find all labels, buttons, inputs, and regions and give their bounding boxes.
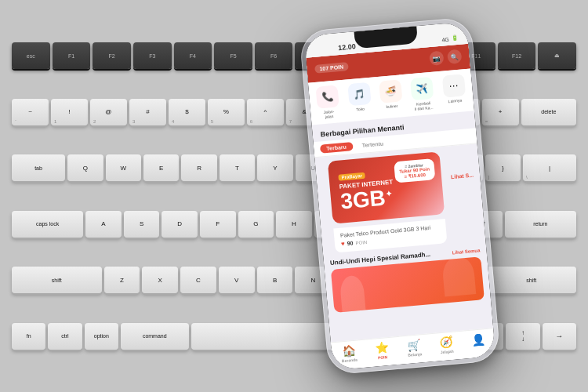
key-delete[interactable]: delete	[521, 99, 576, 125]
status-time: 12.00	[338, 42, 356, 52]
keyboard-number-row: ~` !1 @2 #3 $4 %5 ^6 &7 *8 (9 )0 _- += d…	[12, 99, 576, 125]
nav-icon-profile: 👤	[471, 332, 485, 346]
key-b[interactable]: B	[257, 267, 293, 293]
key-rbracket[interactable]: }]	[485, 154, 521, 181]
key-e[interactable]: E	[143, 154, 179, 181]
key-h[interactable]: H	[276, 211, 312, 238]
key-f6[interactable]: F6	[255, 42, 293, 69]
icon-jalan: 📞	[316, 85, 339, 108]
key-4[interactable]: $4	[169, 99, 205, 125]
promo-wrapper: PraBayar PAKET INTERNET 3GB✦ = 2amblar T…	[321, 151, 453, 253]
key-caps[interactable]: caps lock	[12, 211, 83, 238]
status-right: 4G 🔋	[441, 35, 459, 43]
key-equals[interactable]: +=	[482, 99, 519, 125]
key-right-arrow[interactable]: →	[543, 323, 576, 350]
key-f1[interactable]: F1	[53, 42, 91, 69]
key-2[interactable]: @2	[90, 99, 127, 125]
key-y[interactable]: Y	[257, 154, 292, 181]
icon-item-jalan[interactable]: 📞 Jalan-jalan	[313, 85, 344, 120]
icon-label-toko: Toko	[356, 107, 365, 112]
key-ctrl[interactable]: ctrl	[48, 323, 82, 350]
nav-icon-home: 🏠	[342, 344, 356, 358]
lihat-semua-undi[interactable]: Lihat Semua	[452, 248, 481, 255]
nav-label-jelajah: Jelajah	[441, 349, 454, 354]
key-v[interactable]: V	[219, 267, 255, 293]
key-g[interactable]: G	[238, 211, 274, 238]
nav-item-beranda[interactable]: 🏠 Beranda	[340, 344, 358, 364]
points-value: 107	[319, 65, 328, 71]
key-f[interactable]: F	[200, 211, 236, 238]
undi-figure	[441, 256, 476, 296]
key-1[interactable]: !1	[51, 99, 88, 125]
poin-label: POIN	[355, 239, 367, 245]
icon-item-kuliner[interactable]: 🍜 kuliner	[376, 79, 407, 114]
key-x[interactable]: X	[142, 267, 178, 293]
icon-item-lainnya[interactable]: ⋯ Lainnya	[439, 74, 470, 109]
phone-screen: 12.00 4G 🔋 107 POIN	[304, 22, 496, 370]
icon-lainnya: ⋯	[442, 74, 466, 97]
promo-card[interactable]: PraBayar PAKET INTERNET 3GB✦ = 2amblar T…	[328, 151, 445, 223]
topbar-icons: 📷 🔍	[429, 49, 462, 66]
key-f2[interactable]: F2	[93, 42, 131, 69]
key-5[interactable]: %5	[208, 99, 245, 125]
nav-item-profile[interactable]: 👤	[471, 332, 486, 351]
key-rshift[interactable]: shift	[486, 267, 576, 293]
undi-card[interactable]	[331, 256, 485, 313]
key-f3[interactable]: F3	[133, 42, 172, 69]
key-t[interactable]: T	[220, 154, 255, 181]
filter-tab-tertentu[interactable]: Tertentu	[355, 139, 390, 151]
key-3[interactable]: #3	[129, 99, 166, 125]
key-d[interactable]: D	[162, 211, 198, 238]
nav-icon-poin: ⭐	[375, 341, 389, 354]
key-z[interactable]: Z	[104, 267, 140, 293]
key-f12[interactable]: F12	[498, 42, 536, 69]
filter-tab-terbaru[interactable]: Terbaru	[320, 142, 353, 154]
nav-label-belanja: Belanja	[408, 351, 422, 358]
key-power[interactable]: ⏏	[538, 42, 576, 69]
key-r[interactable]: R	[181, 154, 216, 181]
heart-icon: ♥	[341, 240, 346, 247]
poin-value: 90	[347, 240, 353, 246]
icon-kuliner: 🍜	[379, 79, 402, 103]
topbar-icon-camera[interactable]: 📷	[429, 50, 445, 66]
key-a[interactable]: A	[85, 211, 122, 238]
key-q[interactable]: Q	[67, 154, 103, 181]
key-f5[interactable]: F5	[214, 42, 252, 69]
key-lshift[interactable]: shift	[12, 267, 102, 293]
icon-toko: 🎵	[347, 82, 371, 106]
nav-item-poin[interactable]: ⭐ POIN	[375, 341, 390, 360]
nav-item-jelajah[interactable]: 🧭 Jelajah	[439, 336, 454, 354]
product-info: Paket Telco Product Gold 3GB 3 Hari ♥ 90…	[333, 219, 447, 252]
lihat-semua-promo[interactable]: Lihat S...	[448, 149, 474, 180]
icon-kembali: ✈️	[410, 77, 434, 100]
points-display: 107 POIN	[314, 62, 349, 74]
promo-row: PraBayar PAKET INTERNET 3GB✦ = 2amblar T…	[314, 143, 485, 254]
points-badge: 107 POIN	[314, 62, 349, 74]
key-tab[interactable]: tab	[12, 154, 65, 181]
key-option-left[interactable]: option	[85, 323, 118, 350]
keyboard-background: esc F1 F2 F3 F4 F5 F6 F7 F8 F9 F10 F11 F…	[0, 0, 588, 392]
key-backslash[interactable]: |\	[523, 154, 576, 181]
key-fn[interactable]: fn	[12, 323, 45, 350]
phone-body: 12.00 4G 🔋 107 POIN	[304, 22, 496, 370]
key-command-left[interactable]: command	[121, 323, 189, 350]
icon-item-toko[interactable]: 🎵 Toko	[344, 82, 376, 118]
phone-case: 12.00 4G 🔋 107 POIN	[299, 16, 501, 375]
icon-item-kembali[interactable]: ✈️ Kembalili dari Ka...	[407, 76, 438, 111]
nav-label-beranda: Beranda	[342, 358, 358, 364]
key-updown-arrow[interactable]: ↑ ↓	[506, 323, 539, 350]
topbar-icon-search[interactable]: 🔍	[447, 49, 463, 64]
points-label-badge: POIN	[330, 64, 344, 70]
key-f4[interactable]: F4	[174, 42, 212, 69]
nav-item-belanja[interactable]: 🛒 Belanja	[407, 338, 423, 357]
key-c[interactable]: C	[180, 267, 216, 293]
undi-section: Undi-Undi Hepi Spesial Ramadh... Lihat S…	[324, 246, 491, 314]
key-esc[interactable]: esc	[12, 42, 50, 69]
key-s[interactable]: S	[124, 211, 160, 238]
status-signal: 4G	[441, 36, 449, 42]
key-w[interactable]: W	[106, 154, 141, 181]
phone-device: 12.00 4G 🔋 107 POIN	[299, 16, 501, 375]
key-6[interactable]: ^6	[247, 99, 284, 125]
key-backtick[interactable]: ~`	[12, 99, 49, 125]
key-return[interactable]: return	[505, 211, 576, 238]
